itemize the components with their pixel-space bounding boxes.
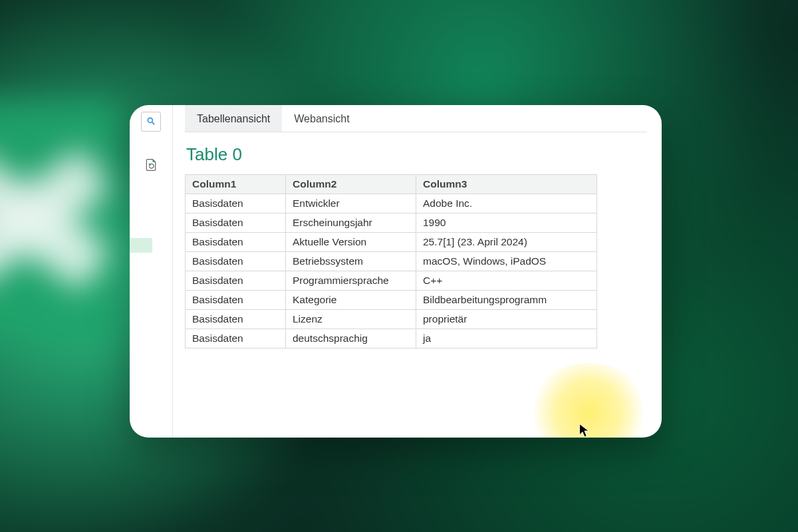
table-cell[interactable]: proprietär — [416, 310, 597, 329]
table-cell[interactable]: Programmiersprache — [286, 271, 416, 291]
search-icon — [146, 116, 156, 128]
table-cell[interactable]: Basisdaten — [186, 271, 286, 291]
table-cell[interactable]: Entwickler — [286, 194, 416, 213]
tab-web-view[interactable]: Webansicht — [282, 105, 361, 132]
table-row[interactable]: BasisdatenKategorieBildbearbeitungsprogr… — [186, 291, 597, 310]
table-row[interactable]: BasisdatenAktuelle Version25.7[1] (23. A… — [186, 233, 597, 252]
table-cell[interactable]: Kategorie — [286, 291, 416, 310]
table-cell[interactable]: 25.7[1] (23. April 2024) — [416, 233, 597, 252]
sidebar-text-fragment-2: n] — [130, 275, 148, 287]
navigator-dialog: ho.. n] Tabellenansicht Webansicht Table… — [130, 105, 662, 438]
table-cell[interactable]: Bildbearbeitungsprogramm — [416, 291, 597, 310]
tab-table-view[interactable]: Tabellenansicht — [185, 105, 282, 132]
table-row[interactable]: BasisdatenBetriebssystemmacOS, Windows, … — [186, 252, 597, 271]
search-button[interactable] — [141, 112, 161, 132]
svg-line-1 — [152, 122, 155, 124]
refresh-icon[interactable] — [144, 158, 158, 174]
col-header-1[interactable]: Column1 — [186, 175, 286, 194]
table-title: Table 0 — [186, 144, 646, 165]
svg-point-0 — [148, 118, 152, 122]
view-tabs: Tabellenansicht Webansicht — [185, 105, 647, 132]
sidebar-selected-item[interactable] — [130, 238, 152, 253]
table-cell[interactable]: Basisdaten — [186, 233, 286, 252]
main-panel: Tabellenansicht Webansicht Table 0 Colum… — [173, 105, 662, 438]
table-row[interactable]: BasisdatenLizenzproprietär — [186, 310, 597, 329]
sidebar-text-fragment: ho.. — [130, 200, 148, 211]
sidebar: ho.. n] — [130, 105, 173, 438]
table-cell[interactable]: Basisdaten — [186, 194, 286, 213]
col-header-2[interactable]: Column2 — [286, 175, 416, 194]
table-cell[interactable]: macOS, Windows, iPadOS — [416, 252, 597, 271]
table-cell[interactable]: ja — [416, 329, 597, 348]
table-header-row: Column1 Column2 Column3 — [186, 175, 597, 194]
table-cell[interactable]: Aktuelle Version — [286, 233, 416, 252]
table-cell[interactable]: Betriebssystem — [286, 252, 416, 271]
table-cell[interactable]: Basisdaten — [186, 329, 286, 348]
table-cell[interactable]: Basisdaten — [186, 291, 286, 310]
preview-table: Column1 Column2 Column3 BasisdatenEntwic… — [185, 174, 597, 348]
table-row[interactable]: Basisdatendeutschsprachigja — [186, 329, 597, 348]
table-row[interactable]: BasisdatenProgrammierspracheC++ — [186, 271, 597, 291]
table-cell[interactable]: 1990 — [416, 213, 597, 233]
table-row[interactable]: BasisdatenErscheinungsjahr1990 — [186, 213, 597, 233]
table-cell[interactable]: deutschsprachig — [286, 329, 416, 348]
table-row[interactable]: BasisdatenEntwicklerAdobe Inc. — [186, 194, 597, 213]
table-cell[interactable]: C++ — [416, 271, 597, 291]
col-header-3[interactable]: Column3 — [416, 175, 597, 194]
table-cell[interactable]: Basisdaten — [186, 252, 286, 271]
table-cell[interactable]: Lizenz — [286, 310, 416, 329]
table-cell[interactable]: Basisdaten — [186, 213, 286, 233]
table-cell[interactable]: Basisdaten — [186, 310, 286, 329]
table-cell[interactable]: Adobe Inc. — [416, 194, 597, 213]
table-cell[interactable]: Erscheinungsjahr — [286, 213, 416, 233]
